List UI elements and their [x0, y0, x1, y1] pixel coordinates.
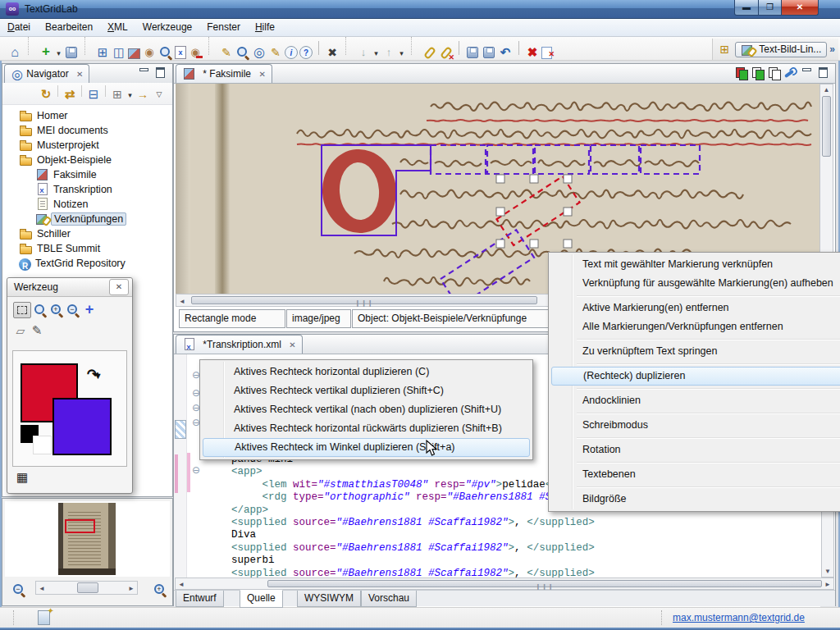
faksimile-tab-close-icon[interactable]: ✕ [258, 70, 265, 79]
wrench-icon[interactable] [783, 66, 798, 80]
close-button[interactable]: ✕ [782, 0, 819, 16]
menu-bearbeiten[interactable]: Bearbeiten [38, 19, 100, 36]
maximize-button[interactable]: ❐ [759, 0, 782, 16]
tree-item-faksimile[interactable]: Faksimile [2, 167, 172, 182]
context-menu-item-1[interactable]: Text mit gewählter Markierung verknüpfen [550, 255, 840, 274]
navigator-tab-close-icon[interactable]: ✕ [76, 70, 83, 79]
copy-marks-icon[interactable] [767, 66, 782, 80]
context-menu-item-6[interactable]: (Rechteck) duplizieren▶ [551, 367, 840, 386]
dropdown-caret[interactable] [55, 45, 62, 60]
tree-item-objekt-beispiele[interactable]: Objekt-Beispiele [2, 153, 172, 167]
xml-source-line[interactable]: superbi [207, 555, 820, 567]
submenu-item-2[interactable]: Aktives Rechteck vertikal duplizieren (S… [201, 381, 532, 400]
info-icon[interactable] [285, 46, 298, 59]
import-icon[interactable] [356, 45, 371, 60]
submenu-item-5[interactable]: Aktives Rechteck im Winkel duplizieren (… [203, 438, 530, 457]
page-tab-wysiwym[interactable]: WYSIWYM [297, 591, 361, 607]
faksimile-tab[interactable]: * Faksimile ✕ [176, 64, 272, 83]
tree-item-mei-documents[interactable]: MEI documents [2, 123, 172, 138]
select-rect-icon[interactable] [13, 302, 31, 318]
context-menu-item-3[interactable]: Aktive Markierung(en) entfernen [550, 299, 840, 317]
search-icon[interactable] [158, 45, 173, 60]
user-account-link[interactable]: max.mustermann@textgrid.de [673, 612, 805, 623]
context-menu-item-10[interactable]: Textebenen▶ [550, 465, 840, 484]
context-menu-item-4[interactable]: Alle Markierungen/Verknüpfungen entferne… [550, 317, 840, 336]
new-object-icon[interactable] [39, 45, 53, 60]
zoom-out-icon[interactable] [66, 303, 80, 317]
page-tab-quelle[interactable]: Quelle [240, 590, 283, 608]
save-as-icon[interactable] [482, 45, 496, 60]
sync-editor-icon[interactable] [135, 87, 150, 102]
image-link-icon[interactable] [128, 48, 140, 59]
dropdown-caret[interactable] [126, 87, 134, 102]
transkription-tab[interactable]: *Transkription.xml ✕ [176, 335, 303, 354]
move-icon[interactable] [82, 303, 97, 317]
grid-icon[interactable] [15, 470, 30, 485]
minimize-view-icon[interactable] [137, 66, 152, 80]
zoom-in-icon[interactable] [49, 303, 64, 317]
submenu-item-1[interactable]: Aktives Rechteck horizontal duplizieren … [201, 363, 532, 381]
context-menu-item-5[interactable]: Zu verknüpftem Text springen [550, 342, 840, 361]
zoom-out-icon[interactable] [11, 582, 26, 597]
help-icon[interactable] [299, 46, 313, 59]
werkzeug-title-bar[interactable]: Werkzeug ✕ [7, 278, 132, 297]
note-edit-icon[interactable] [219, 45, 234, 60]
title-bar[interactable]: oo TextGridLab ▬ ❐ ✕ [0, 0, 840, 19]
perspective-overflow-chevron[interactable]: » [829, 43, 835, 55]
page-tab-entwurf[interactable]: Entwurf [176, 591, 224, 607]
navigator-tab[interactable]: Navigator ✕ [4, 64, 89, 83]
submenu-item-4[interactable]: Aktives Rechteck horizontal rückwärts du… [201, 419, 532, 438]
new-perspective-icon[interactable] [717, 42, 732, 57]
tree-item-verkn-pfungen[interactable]: Verknüpfungen [2, 212, 172, 226]
white-swatch[interactable] [33, 436, 52, 454]
xml-file-icon[interactable] [175, 46, 186, 59]
context-menu-item-9[interactable]: Rotation▶ [550, 441, 840, 459]
tree-item-musterprojekt[interactable]: Musterprojekt [2, 138, 172, 153]
tree-item-homer[interactable]: Homer [2, 108, 172, 123]
polygon-icon[interactable] [13, 323, 28, 338]
tree-item-transkription[interactable]: Transkription [2, 182, 172, 197]
transkription-tab-close-icon[interactable]: ✕ [289, 340, 295, 349]
copy-remove-icon[interactable] [541, 47, 552, 59]
user-search-icon[interactable] [142, 45, 157, 60]
secondary-color-swatch[interactable] [52, 398, 112, 455]
export-icon[interactable] [381, 45, 396, 60]
context-menu-item-7[interactable]: Andocklinien▶ [550, 391, 840, 410]
copy-marks-red-icon[interactable] [734, 66, 749, 80]
fast-view-icon[interactable]: ✦ [38, 610, 50, 625]
dictionary-icon[interactable] [112, 45, 126, 60]
context-menu-item-2[interactable]: Verknüpfung für ausgewählte Markierung(e… [550, 274, 840, 293]
link-icon[interactable] [422, 45, 436, 60]
tree-layout-icon[interactable] [110, 87, 125, 102]
delete-icon[interactable] [525, 45, 540, 60]
save2-icon[interactable] [465, 45, 480, 60]
dropdown-caret[interactable] [372, 45, 380, 60]
compass-icon[interactable] [252, 45, 267, 60]
tree-item-textgrid-repository[interactable]: TextGrid Repository [2, 256, 172, 271]
swap-icon[interactable] [62, 87, 77, 102]
werkzeug-close-icon[interactable]: ✕ [109, 279, 129, 295]
revert-icon[interactable] [498, 45, 513, 60]
dropdown-caret[interactable] [398, 45, 405, 60]
close-x-icon[interactable] [325, 45, 340, 60]
submenu-item-3[interactable]: Aktives Rechteck vertikal (nach oben) du… [201, 400, 532, 419]
tree-item-tble-summit[interactable]: TBLE Summit [2, 241, 172, 256]
save-icon[interactable] [64, 45, 79, 60]
menu-fenster[interactable]: Fenster [199, 19, 248, 36]
user-remove-icon[interactable] [188, 45, 203, 60]
werkzeug-palette[interactable]: Werkzeug ✕ ↷▼ [7, 277, 133, 494]
tree-item-schiller[interactable]: Schiller [2, 226, 172, 241]
refresh-icon[interactable] [39, 87, 53, 102]
menu-hilfe[interactable]: Hilfe [248, 19, 282, 36]
unlink-icon[interactable] [438, 45, 453, 60]
menu-datei[interactable]: Datei [0, 19, 38, 36]
maximize-view-icon[interactable] [816, 66, 831, 80]
xml-source-line[interactable]: Diva [207, 529, 820, 541]
menu-xml[interactable]: XML [100, 19, 135, 36]
thumbnail-canvas[interactable] [5, 501, 170, 577]
view-menu-icon[interactable] [152, 86, 167, 101]
fold-minus-icon[interactable] [189, 463, 203, 477]
minimize-button[interactable]: ▬ [734, 0, 759, 16]
editor-hscrollbar[interactable]: ◄ ❙❙❙ ► [175, 578, 834, 590]
doc-search-icon[interactable] [235, 45, 250, 60]
